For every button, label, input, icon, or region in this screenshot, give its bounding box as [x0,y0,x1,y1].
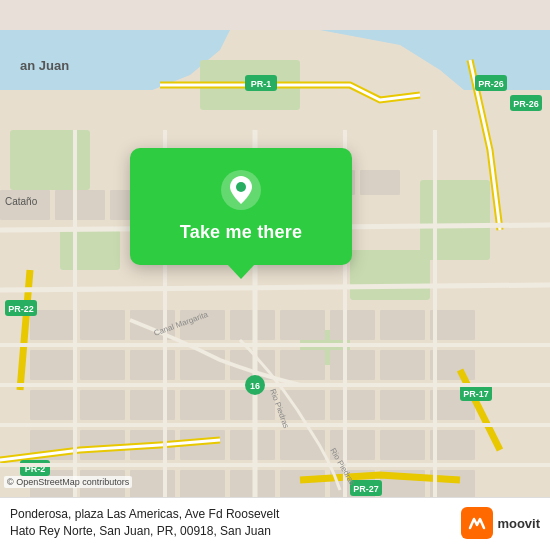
svg-text:PR-22: PR-22 [8,304,34,314]
callout-popup[interactable]: Take me there [130,148,352,265]
svg-rect-50 [380,430,425,460]
svg-rect-16 [30,310,75,340]
svg-text:an Juan: an Juan [20,58,69,73]
svg-rect-15 [360,170,400,195]
svg-rect-8 [350,250,430,300]
svg-rect-9 [420,180,490,260]
map-container: PR-1 PR-26 PR-26 PR-2 PR-22 PR-17 PR-27 [0,0,550,550]
svg-rect-28 [180,350,225,380]
svg-rect-23 [380,310,425,340]
moovit-text: moovit [497,516,540,531]
svg-rect-37 [180,390,225,420]
svg-rect-27 [130,350,175,380]
svg-rect-22 [330,310,375,340]
svg-rect-26 [80,350,125,380]
svg-rect-31 [330,350,375,380]
address-text: Ponderosa, plaza Las Americas, Ave Fd Ro… [10,506,461,540]
svg-rect-32 [380,350,425,380]
callout-label: Take me there [180,222,302,243]
svg-rect-55 [180,470,225,500]
svg-rect-11 [55,190,105,220]
address-label: Ponderosa, plaza Las Americas, Ave Fd Ro… [10,507,279,538]
svg-text:PR-1: PR-1 [251,79,272,89]
svg-text:PR-26: PR-26 [478,79,504,89]
svg-rect-25 [30,350,75,380]
moovit-icon [461,507,493,539]
svg-rect-40 [330,390,375,420]
map-svg: PR-1 PR-26 PR-26 PR-2 PR-22 PR-17 PR-27 [0,0,550,550]
svg-rect-6 [60,230,120,270]
svg-rect-17 [80,310,125,340]
svg-rect-21 [280,310,325,340]
svg-rect-34 [30,390,75,420]
svg-point-94 [236,182,246,192]
moovit-logo[interactable]: moovit [461,507,540,539]
svg-text:Cataño: Cataño [5,196,38,207]
osm-attribution: © OpenStreetMap contributors [4,476,132,488]
bottom-bar: Ponderosa, plaza Las Americas, Ave Fd Ro… [0,497,550,550]
svg-rect-36 [130,390,175,420]
svg-rect-41 [380,390,425,420]
svg-rect-57 [280,470,325,500]
svg-text:PR-27: PR-27 [353,484,379,494]
svg-text:PR-17: PR-17 [463,389,489,399]
svg-rect-35 [80,390,125,420]
svg-rect-54 [130,470,175,500]
svg-rect-30 [280,350,325,380]
svg-text:16: 16 [250,381,260,391]
svg-text:PR-26: PR-26 [513,99,539,109]
svg-rect-4 [10,130,90,190]
location-pin-icon [219,168,263,212]
